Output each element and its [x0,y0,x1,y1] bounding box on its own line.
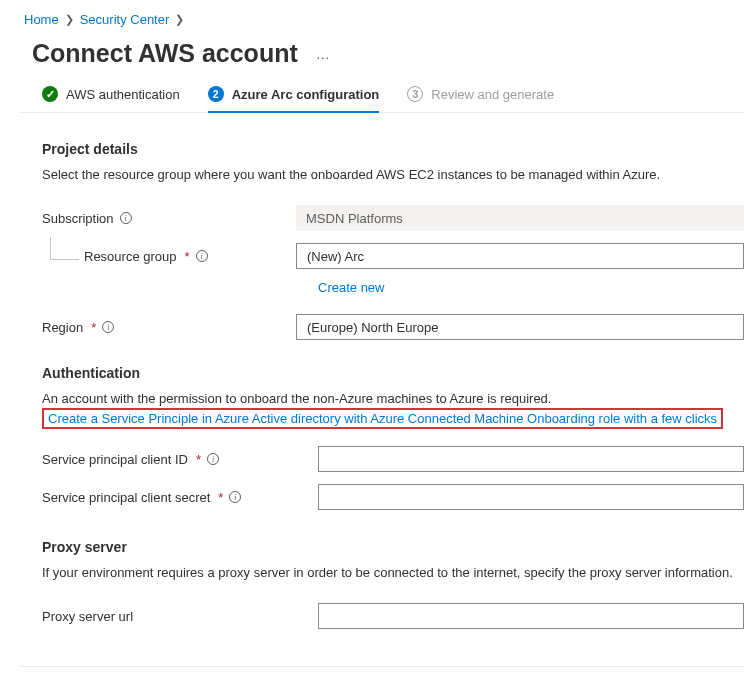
page-title: Connect AWS account [32,39,298,68]
subscription-value: MSDN Platforms [296,205,744,231]
client-secret-label: Service principal client secret [42,490,210,505]
create-new-link[interactable]: Create new [318,280,384,295]
chevron-right-icon: ❯ [175,13,184,26]
info-icon[interactable]: i [120,212,132,224]
authentication-heading: Authentication [42,365,744,381]
tab-review-and-generate: 3 Review and generate [407,86,554,112]
client-secret-input[interactable] [318,484,744,510]
breadcrumb: Home ❯ Security Center ❯ [20,10,744,37]
tab-label: Review and generate [431,87,554,102]
project-details-heading: Project details [42,141,744,157]
info-icon[interactable]: i [196,250,208,262]
breadcrumb-security-center[interactable]: Security Center [80,12,170,27]
proxy-server-description: If your environment requires a proxy ser… [42,565,744,580]
client-id-label: Service principal client ID [42,452,188,467]
proxy-url-input[interactable] [318,603,744,629]
chevron-right-icon: ❯ [65,13,74,26]
info-icon[interactable]: i [102,321,114,333]
wizard-tabs: ✓ AWS authentication 2 Azure Arc configu… [20,82,744,113]
highlight-callout: Create a Service Principle in Azure Acti… [42,408,723,429]
breadcrumb-home[interactable]: Home [24,12,59,27]
authentication-description: An account with the permission to onboar… [42,391,744,406]
required-indicator: * [196,452,201,467]
step-number-badge: 3 [407,86,423,102]
region-dropdown[interactable]: (Europe) North Europe [296,314,744,340]
info-icon[interactable]: i [229,491,241,503]
project-details-description: Select the resource group where you want… [42,167,744,182]
tab-aws-authentication[interactable]: ✓ AWS authentication [42,86,180,112]
required-indicator: * [91,320,96,335]
tab-label: Azure Arc configuration [232,87,380,102]
client-id-input[interactable] [318,446,744,472]
proxy-server-heading: Proxy server [42,539,744,555]
resource-group-label: Resource group [84,249,177,264]
more-actions-button[interactable]: … [316,46,332,62]
proxy-url-label: Proxy server url [42,609,133,624]
region-label: Region [42,320,83,335]
tab-label: AWS authentication [66,87,180,102]
check-icon: ✓ [42,86,58,102]
required-indicator: * [218,490,223,505]
wizard-footer: < Previous Next : Review and generate > [20,666,744,681]
required-indicator: * [185,249,190,264]
create-service-principal-link[interactable]: Create a Service Principle in Azure Acti… [48,411,717,426]
tab-azure-arc-configuration[interactable]: 2 Azure Arc configuration [208,86,380,112]
resource-group-dropdown[interactable]: (New) Arc [296,243,744,269]
info-icon[interactable]: i [207,453,219,465]
subscription-label: Subscription [42,211,114,226]
step-number-badge: 2 [208,86,224,102]
